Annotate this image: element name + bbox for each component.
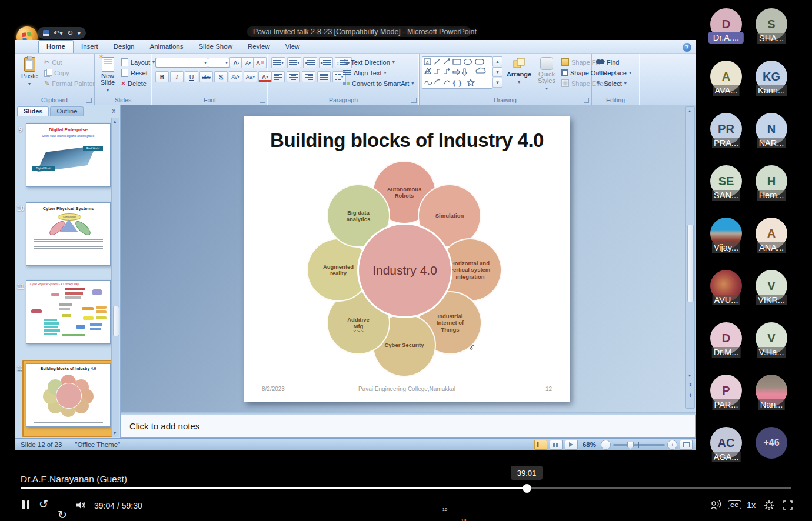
paste-button[interactable]: Paste▾ (18, 57, 41, 87)
delete-button[interactable]: ×Delete (121, 78, 147, 88)
participant-tile[interactable]: PPAR... (710, 375, 742, 406)
copy-button[interactable]: Copy (44, 68, 69, 78)
align-center-button[interactable] (287, 71, 300, 82)
tab-insert[interactable]: Insert (74, 41, 106, 53)
participant-tile[interactable]: AANA... (756, 218, 787, 249)
participant-tile[interactable]: AVU... (710, 270, 742, 302)
fit-slide-to-window-button[interactable] (680, 440, 693, 450)
text-direction-button[interactable]: ⇅Text Direction▾ (343, 57, 395, 67)
font-dialog-launcher[interactable] (260, 98, 265, 103)
qat-customize-icon[interactable]: ▾ (77, 29, 81, 36)
zoom-in-button[interactable]: + (667, 440, 677, 450)
volume-button[interactable] (75, 500, 86, 510)
previous-slide-button[interactable]: ⇞ (688, 382, 693, 388)
view-slide-sorter-button[interactable] (550, 440, 563, 450)
numbering-button[interactable]: ▾ (287, 57, 301, 68)
play-speed-button[interactable]: 1x (747, 500, 756, 510)
participant-tile[interactable]: VV.Ha... (756, 322, 787, 354)
zoom-slider-thumb[interactable] (627, 442, 634, 449)
slide-scrollbar-thumb[interactable] (687, 225, 694, 302)
shapes-gallery[interactable]: A { (422, 56, 492, 89)
justify-button[interactable] (317, 71, 331, 82)
zoom-out-button[interactable]: − (601, 440, 611, 450)
participant-tile[interactable]: Vijay... (710, 218, 742, 249)
strikethrough-button[interactable]: abc (199, 71, 213, 82)
progress-handle[interactable] (523, 484, 531, 493)
slide-thumbnail-12[interactable]: Building blocks of Industry 4.0 (26, 363, 111, 427)
font-name-combo[interactable]: ▾ (155, 58, 208, 68)
participant-tile[interactable]: SESAN... (710, 165, 742, 197)
slides-panel-tab[interactable]: Slides (17, 106, 49, 116)
view-slideshow-button[interactable] (565, 440, 578, 450)
participant-tile[interactable]: KGKann... (756, 61, 787, 92)
layout-button[interactable]: Layout▾ (121, 57, 155, 67)
forward-10-button[interactable]: ↻10 (58, 510, 812, 520)
align-right-button[interactable] (302, 71, 315, 82)
cut-button[interactable]: ✂Cut (44, 57, 62, 67)
outline-panel-tab[interactable]: Outline (50, 106, 84, 116)
paragraph-dialog-launcher[interactable] (411, 98, 417, 103)
participant-tile[interactable]: SSHA... (756, 8, 787, 40)
participant-tile[interactable]: NNAR... (756, 113, 787, 145)
find-button[interactable]: Find (596, 57, 619, 67)
text-shadow-button[interactable]: S (214, 71, 228, 82)
replace-button[interactable]: ⇄Replace▾ (596, 68, 631, 78)
participant-tile[interactable]: DDr.M... (710, 322, 742, 354)
tab-home[interactable]: Home (38, 40, 74, 53)
participant-tile[interactable]: Nan... (756, 375, 787, 406)
participant-overflow-tile[interactable]: +46 (756, 427, 787, 459)
tab-animations[interactable]: Animations (142, 41, 191, 53)
tab-review[interactable]: Review (240, 41, 278, 53)
italic-button[interactable]: I (170, 71, 184, 82)
participant-tile[interactable]: AAVA... (710, 61, 742, 92)
format-painter-button[interactable]: ✎Format Painter (44, 78, 95, 88)
status-zoom-level[interactable]: 68% (583, 441, 596, 448)
align-left-button[interactable] (271, 71, 285, 82)
close-panel-icon[interactable]: x (112, 107, 116, 114)
shapes-scroll-up-button[interactable]: ▴ (492, 56, 502, 66)
character-spacing-button[interactable]: AV▾ (229, 71, 242, 82)
slide-scrollbar[interactable]: ▴ ▾ ⇞ ⇟ (685, 106, 695, 409)
shapes-scroll-down-button[interactable]: ▾ (492, 67, 502, 77)
next-slide-button[interactable]: ⇟ (688, 393, 693, 398)
save-icon[interactable] (43, 30, 49, 36)
decrease-indent-button[interactable]: ◂ (303, 57, 317, 68)
pause-button[interactable] (22, 500, 29, 509)
tab-slide-show[interactable]: Slide Show (191, 41, 240, 53)
captions-button[interactable]: CC (728, 500, 741, 509)
underline-button[interactable]: U (185, 71, 198, 82)
audio-settings-icon[interactable] (710, 499, 721, 511)
shapes-more-button[interactable]: ▼ (492, 78, 502, 88)
bold-button[interactable]: B (155, 71, 169, 82)
help-button[interactable]: ? (682, 42, 692, 52)
participant-tile[interactable]: PRPRA... (710, 113, 742, 145)
reset-button[interactable]: Reset (121, 68, 148, 78)
fullscreen-button[interactable] (783, 500, 793, 510)
slide[interactable]: Building blocks of Industry 4.0 Autonomo… (244, 116, 570, 402)
slides-panel-scrollbar[interactable]: ▴ ▾ (111, 118, 119, 437)
undo-icon[interactable]: ↶▾ (54, 29, 63, 36)
slides-panel-scrollbar-thumb[interactable] (113, 306, 119, 336)
align-text-button[interactable]: Align Text▾ (343, 68, 387, 78)
drawing-dialog-launcher[interactable] (584, 98, 589, 103)
quick-styles-button[interactable]: Quick Styles▾ (534, 57, 559, 92)
convert-smartart-button[interactable]: Convert to SmartArt▾ (343, 78, 414, 88)
status-slide-info[interactable]: Slide 12 of 23 (21, 441, 62, 448)
tab-view[interactable]: View (278, 41, 308, 53)
bullets-button[interactable]: ▾ (271, 57, 285, 68)
progress-bar[interactable] (21, 487, 791, 489)
slide-thumbnail-9[interactable]: Digital Enterprise Entire value chain is… (26, 123, 111, 187)
participant-tile[interactable]: DDr.A.... (710, 8, 742, 40)
clipboard-dialog-launcher[interactable] (86, 98, 92, 103)
redo-icon[interactable]: ↻ (67, 29, 73, 36)
participant-tile[interactable]: HHem... (756, 165, 787, 197)
zoom-slider[interactable] (613, 444, 665, 446)
increase-indent-button[interactable]: ▸ (319, 57, 333, 68)
settings-gear-icon[interactable] (763, 499, 775, 511)
clear-formatting-button[interactable]: A (253, 57, 267, 68)
slide-thumbnail-11[interactable]: Cyber Physical Systems - a Concept Map (26, 280, 111, 344)
change-case-button[interactable]: Aa▾ (244, 71, 257, 82)
font-size-combo[interactable]: ▾ (208, 58, 229, 68)
arrange-button[interactable]: Arrange▾ (505, 57, 533, 85)
notes-pane[interactable]: Click to add notes (121, 415, 696, 438)
